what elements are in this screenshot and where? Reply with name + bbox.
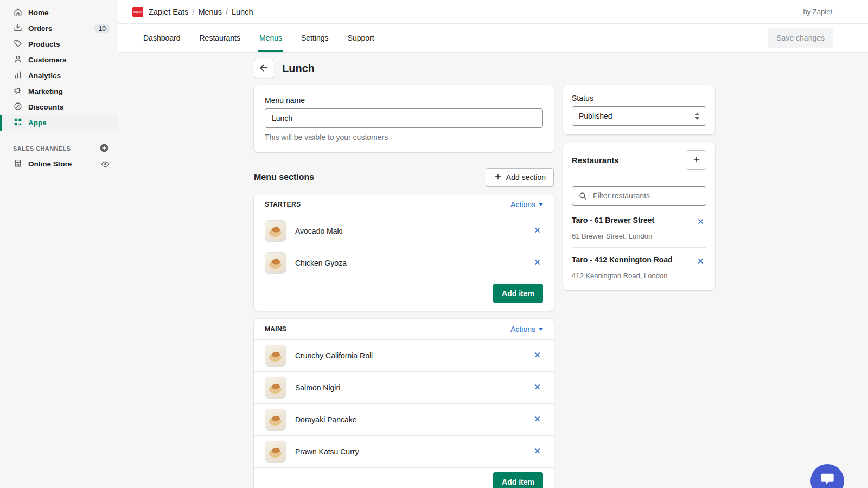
sidebar-item-apps[interactable]: Apps: [0, 115, 118, 131]
remove-item-button[interactable]: [532, 349, 543, 362]
sidebar-item-label: Online Store: [28, 160, 72, 168]
menu-item-row: Crunchy California Roll: [254, 339, 554, 371]
remove-item-button[interactable]: [532, 381, 543, 394]
plus-icon: [494, 172, 502, 183]
item-photo: [265, 252, 286, 274]
remove-restaurant-button[interactable]: [695, 255, 706, 268]
tag-icon: [13, 38, 23, 50]
remove-item-button[interactable]: [532, 224, 543, 237]
close-icon: [697, 258, 704, 266]
sidebar-item-discounts[interactable]: Discounts: [0, 99, 118, 115]
item-photo: [265, 220, 286, 242]
actions-label: Actions: [510, 325, 535, 333]
back-button[interactable]: [254, 59, 273, 78]
main-area: zapiet Zapiet Eats / Menus / Lunch by Za…: [118, 0, 868, 488]
by-zapiet-label: by Zapiet: [803, 8, 832, 16]
section-card-mains: MAINS Actions Crunchy California Roll: [254, 319, 554, 488]
item-name: Chicken Gyoza: [295, 259, 347, 267]
restaurant-name: Taro - 412 Kennington Road: [572, 255, 673, 264]
restaurant-search: [572, 186, 706, 206]
item-name: Dorayaki Pancake: [295, 415, 357, 424]
zapiet-logo: zapiet: [132, 7, 143, 17]
section-footer: Add item: [254, 279, 554, 311]
section-header: STARTERS Actions: [254, 194, 554, 215]
breadcrumb-separator: /: [226, 8, 228, 16]
item-name: Salmon Nigiri: [295, 383, 340, 392]
tab-dashboard[interactable]: Dashboard: [142, 24, 182, 52]
section-card-starters: STARTERS Actions Avocado Maki Chicken: [254, 194, 554, 311]
restaurant-address: 412 Kennington Road, London: [572, 272, 706, 280]
remove-item-button[interactable]: [532, 413, 543, 426]
restaurant-address: 61 Brewer Street, London: [572, 232, 706, 240]
section-actions-button[interactable]: Actions: [510, 200, 543, 209]
storefront-icon: [13, 158, 23, 170]
add-restaurant-button[interactable]: [687, 150, 706, 170]
add-item-button[interactable]: Add item: [493, 472, 543, 488]
sidebar-item-orders[interactable]: Orders 10: [0, 21, 118, 36]
restaurant-name: Taro - 61 Brewer Street: [572, 216, 654, 224]
item-photo: [265, 441, 286, 463]
close-icon: [534, 259, 541, 267]
sidebar-item-analytics[interactable]: Analytics: [0, 68, 118, 84]
save-changes-button[interactable]: Save changes: [768, 28, 833, 48]
app-nav: Dashboard Restaurants Menus Settings Sup…: [118, 24, 868, 53]
sidebar-item-label: Home: [28, 9, 49, 17]
breadcrumb-menus[interactable]: Menus: [198, 8, 222, 16]
bar-chart-icon: [13, 70, 23, 81]
close-icon: [534, 227, 541, 235]
add-item-button[interactable]: Add item: [493, 284, 543, 303]
filter-restaurants-input[interactable]: [572, 186, 706, 206]
sidebar-item-label: Customers: [28, 56, 67, 64]
select-arrows-icon: [695, 113, 699, 120]
menu-sections-heading: Menu sections: [254, 172, 314, 182]
remove-restaurant-button[interactable]: [695, 216, 706, 229]
orders-count-badge: 10: [94, 24, 110, 33]
item-name: Avocado Maki: [295, 227, 343, 235]
menu-item-row: Dorayaki Pancake: [254, 403, 554, 435]
tab-menus[interactable]: Menus: [258, 24, 283, 52]
item-name: Crunchy California Roll: [295, 351, 373, 360]
close-icon: [534, 351, 541, 360]
restaurants-header: Restaurants: [563, 143, 715, 177]
preview-eye-icon[interactable]: [100, 159, 110, 169]
restaurants-card: Restaurants Taro -: [563, 143, 715, 290]
person-icon: [13, 54, 23, 66]
section-actions-button[interactable]: Actions: [510, 325, 543, 333]
close-icon: [534, 383, 541, 392]
breadcrumb-app[interactable]: Zapiet Eats: [149, 8, 188, 16]
menu-name-input[interactable]: [265, 108, 543, 128]
tab-support[interactable]: Support: [347, 24, 375, 52]
sidebar-item-label: Products: [28, 40, 60, 48]
status-select[interactable]: Published: [572, 106, 706, 126]
sales-channels-label: SALES CHANNELS: [13, 145, 71, 152]
sidebar: Home Orders 10 Products Customers Analyt…: [0, 0, 118, 488]
item-photo: [265, 377, 286, 399]
apps-grid-icon: [13, 117, 23, 129]
tab-settings[interactable]: Settings: [300, 24, 330, 52]
sidebar-item-label: Marketing: [28, 87, 63, 95]
restaurant-list-item: Taro - 61 Brewer Street 61 Brewer Street…: [572, 208, 706, 247]
item-name: Prawn Katsu Curry: [295, 447, 359, 456]
sidebar-item-products[interactable]: Products: [0, 36, 118, 52]
add-sales-channel-icon[interactable]: [99, 143, 109, 154]
status-card: Status Published: [563, 85, 715, 134]
breadcrumb-separator: /: [192, 8, 194, 16]
remove-item-button[interactable]: [532, 445, 543, 458]
add-section-button[interactable]: Add section: [486, 168, 554, 187]
section-title: MAINS: [265, 325, 286, 333]
close-icon: [697, 218, 704, 227]
sales-channels-heading: SALES CHANNELS: [0, 140, 118, 156]
sidebar-item-marketing[interactable]: Marketing: [0, 84, 118, 99]
tab-restaurants[interactable]: Restaurants: [199, 24, 241, 52]
close-icon: [534, 415, 541, 424]
sidebar-item-customers[interactable]: Customers: [0, 52, 118, 68]
sidebar-item-home[interactable]: Home: [0, 5, 118, 21]
item-photo: [265, 345, 286, 367]
menu-name-help: This will be visible to your customers: [265, 133, 543, 142]
page-title: Lunch: [282, 62, 315, 75]
restaurant-list-item: Taro - 412 Kennington Road 412 Kenningto…: [572, 247, 706, 287]
status-label: Status: [572, 94, 706, 102]
sidebar-item-online-store[interactable]: Online Store: [0, 156, 118, 172]
menu-name-label: Menu name: [265, 96, 543, 105]
remove-item-button[interactable]: [532, 256, 543, 269]
